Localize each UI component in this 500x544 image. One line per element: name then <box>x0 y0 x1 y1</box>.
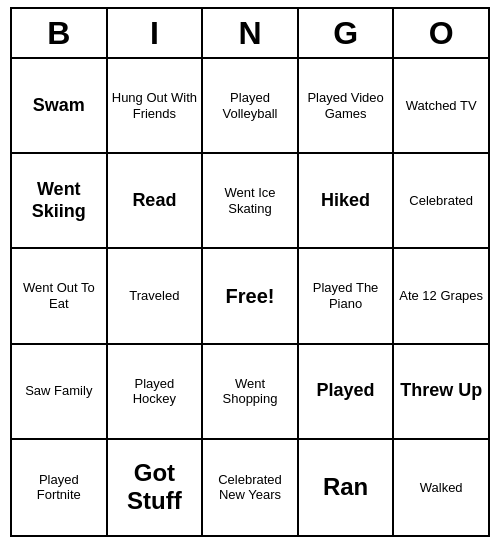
grid-cell-1-2: Went Ice Skating <box>203 154 299 249</box>
header-letter-i: I <box>108 9 204 59</box>
grid-cell-2-3: Played The Piano <box>299 249 395 344</box>
grid-cell-1-3: Hiked <box>299 154 395 249</box>
grid-row-4: Played FortniteGot StuffCelebrated New Y… <box>12 440 488 535</box>
header-letter-g: G <box>299 9 395 59</box>
grid-cell-4-3: Ran <box>299 440 395 535</box>
grid-cell-1-0: Went Skiing <box>12 154 108 249</box>
header-letter-n: N <box>203 9 299 59</box>
grid-cell-0-1: Hung Out With Friends <box>108 59 204 154</box>
bingo-header: BINGO <box>12 9 488 59</box>
grid-cell-2-4: Ate 12 Grapes <box>394 249 488 344</box>
grid-cell-0-2: Played Volleyball <box>203 59 299 154</box>
grid-cell-0-4: Watched TV <box>394 59 488 154</box>
grid-row-1: Went SkiingReadWent Ice SkatingHikedCele… <box>12 154 488 249</box>
grid-cell-4-1: Got Stuff <box>108 440 204 535</box>
grid-cell-1-1: Read <box>108 154 204 249</box>
bingo-grid: SwamHung Out With FriendsPlayed Volleyba… <box>12 59 488 535</box>
grid-row-0: SwamHung Out With FriendsPlayed Volleyba… <box>12 59 488 154</box>
grid-cell-2-0: Went Out To Eat <box>12 249 108 344</box>
header-letter-o: O <box>394 9 488 59</box>
grid-cell-3-2: Went Shopping <box>203 345 299 440</box>
grid-cell-2-1: Traveled <box>108 249 204 344</box>
grid-cell-4-2: Celebrated New Years <box>203 440 299 535</box>
header-letter-b: B <box>12 9 108 59</box>
grid-cell-4-0: Played Fortnite <box>12 440 108 535</box>
grid-cell-2-2: Free! <box>203 249 299 344</box>
grid-cell-3-3: Played <box>299 345 395 440</box>
grid-cell-3-1: Played Hockey <box>108 345 204 440</box>
grid-cell-3-0: Saw Family <box>12 345 108 440</box>
grid-cell-0-3: Played Video Games <box>299 59 395 154</box>
grid-cell-4-4: Walked <box>394 440 488 535</box>
grid-cell-0-0: Swam <box>12 59 108 154</box>
grid-row-2: Went Out To EatTraveledFree!Played The P… <box>12 249 488 344</box>
grid-cell-1-4: Celebrated <box>394 154 488 249</box>
bingo-card: BINGO SwamHung Out With FriendsPlayed Vo… <box>10 7 490 537</box>
grid-row-3: Saw FamilyPlayed HockeyWent ShoppingPlay… <box>12 345 488 440</box>
grid-cell-3-4: Threw Up <box>394 345 488 440</box>
